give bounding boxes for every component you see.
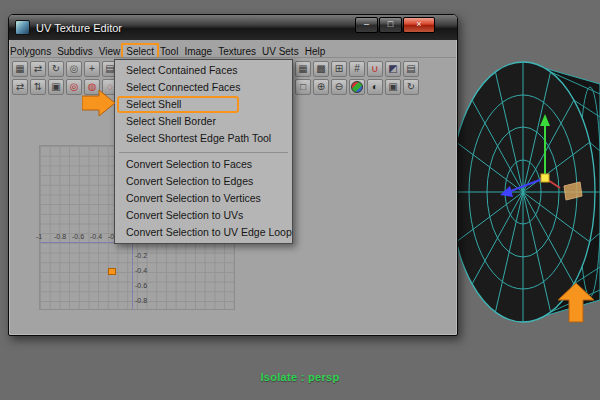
menu-item-convert-selection-to-vertices[interactable]: Convert Selection to Vertices (116, 190, 291, 207)
isolate-select-icon[interactable]: □ (295, 79, 311, 95)
window-title: UV Texture Editor (36, 22, 122, 34)
magnet-snap-icon[interactable]: ∪ (367, 61, 383, 77)
flip-v-icon[interactable]: ⇅ (30, 79, 46, 95)
menubar: PolygonsSubdivsViewSelectToolImageTextur… (10, 40, 456, 58)
menubar-item-select[interactable]: Select (123, 45, 157, 58)
uv-lattice-tool-icon-glyph: ▦ (15, 64, 24, 74)
pin-uv-tool-icon[interactable]: + (84, 61, 100, 77)
menu-item-convert-selection-to-uvs[interactable]: Convert Selection to UVs (116, 207, 291, 224)
menu-item-select-shortest-edge-path-tool[interactable]: Select Shortest Edge Path Tool (116, 130, 291, 147)
uv-grid-y-label: -0.6 (135, 282, 147, 289)
manipulator-center-handle[interactable] (541, 174, 549, 182)
menubar-item-uv-sets[interactable]: UV Sets (259, 45, 302, 58)
dim-image-icon[interactable]: ▩ (313, 61, 329, 77)
rgb-ball-glyph (351, 81, 363, 93)
toolbar-right-row2: □⊕⊖◐▣↻ (295, 79, 419, 95)
app-icon (15, 20, 30, 35)
maya-viewport: UV Texture Editor –□× PolygonsSubdivsVie… (0, 0, 600, 400)
smudge-uv-tool-icon[interactable]: ◎ (66, 61, 82, 77)
pixel-snap-icon-glyph: # (354, 64, 360, 74)
menubar-item-tool[interactable]: Tool (157, 45, 181, 58)
menu-separator (119, 148, 288, 153)
shade-uvs-icon[interactable]: ◩ (385, 61, 401, 77)
pin-uv-tool-icon-glyph: + (89, 64, 95, 74)
layout-uvs-icon-glyph: ▣ (51, 82, 60, 92)
window-titlebar[interactable]: UV Texture Editor –□× (9, 15, 457, 40)
remove-from-isolate-icon-glyph: ⊖ (335, 82, 343, 92)
menu-item-convert-selection-to-uv-edge-loop[interactable]: Convert Selection to UV Edge Loop (116, 224, 291, 241)
uv-grid-y-label: -0.4 (135, 267, 147, 274)
flip-u-icon-glyph: ⇄ (16, 82, 24, 92)
isolate-select-indicator: Isolate : persp (0, 371, 600, 383)
menubar-item-polygons[interactable]: Polygons (10, 45, 54, 58)
select-dropdown-menu: Select Contained FacesSelect Connected F… (114, 59, 293, 244)
uv-grid-y-label: -0.2 (135, 252, 147, 259)
uv-lattice-tool-icon[interactable]: ▦ (12, 61, 28, 77)
menubar-item-help[interactable]: Help (302, 45, 329, 58)
menu-item-convert-selection-to-edges[interactable]: Convert Selection to Edges (116, 173, 291, 190)
menu-item-select-connected-faces[interactable]: Select Connected Faces (116, 79, 291, 96)
menu-item-select-shell-border[interactable]: Select Shell Border (116, 113, 291, 130)
maximize-button[interactable]: □ (379, 17, 402, 33)
select-shell-highlight-box (117, 96, 239, 113)
window-controls: –□× (355, 17, 435, 33)
move-uv-tool-icon-glyph: ⇄ (34, 64, 42, 74)
alpha-channel-icon-glyph: ◐ (372, 82, 378, 92)
move-uv-tool-icon[interactable]: ⇄ (30, 61, 46, 77)
dim-image-icon-glyph: ▩ (316, 64, 325, 74)
layout-uvs-icon[interactable]: ▣ (48, 79, 64, 95)
isolate-select-icon-glyph: □ (300, 82, 306, 92)
refresh-image-icon-glyph: ↻ (407, 82, 415, 92)
select-shell-tool-icon-glyph: ◎ (70, 82, 79, 92)
flip-u-icon[interactable]: ⇄ (12, 79, 28, 95)
annotation-arrow-cylinder (556, 280, 596, 325)
view-grid-icon[interactable]: ⊞ (331, 61, 347, 77)
add-to-isolate-icon-glyph: ⊕ (317, 82, 325, 92)
menu-item-select-shell[interactable]: Select Shell (116, 96, 291, 113)
menubar-item-subdivs[interactable]: Subdivs (54, 45, 96, 58)
magnet-snap-icon-glyph: ∪ (371, 64, 378, 74)
toolbar-left-row1: ▦⇄↻◎+▤ (12, 61, 118, 77)
uv-grid-x-label: -1 (36, 233, 42, 240)
add-to-isolate-icon[interactable]: ⊕ (313, 79, 329, 95)
smudge-uv-tool-icon-glyph: ◎ (70, 64, 79, 74)
menu-item-convert-selection-to-faces[interactable]: Convert Selection to Faces (116, 156, 291, 173)
select-shell-tool-icon[interactable]: ◎ (66, 79, 82, 95)
uv-grid-x-label: -0.6 (72, 233, 84, 240)
uv-grid-x-label: -0.8 (54, 233, 66, 240)
menu-item-select-contained-faces[interactable]: Select Contained Faces (116, 62, 291, 79)
uv-selection-marker[interactable] (108, 268, 116, 275)
rgb-channels-icon[interactable] (349, 79, 365, 95)
uv-grid-y-label: -0.8 (135, 297, 147, 304)
pixel-snap-icon[interactable]: # (349, 61, 365, 77)
menubar-item-view[interactable]: View (96, 45, 124, 58)
close-button[interactable]: × (403, 17, 435, 33)
rotate-uv-tool-icon-glyph: ↻ (52, 64, 60, 74)
edit-texture-icon-glyph: ▤ (406, 64, 415, 74)
texture-borders-icon[interactable]: ▦ (295, 61, 311, 77)
alpha-channel-icon[interactable]: ◐ (367, 79, 383, 95)
uv-snapshot-icon-glyph: ▣ (388, 82, 397, 92)
annotation-arrow-select-shell (82, 90, 118, 118)
shade-uvs-icon-glyph: ◩ (388, 64, 397, 74)
uv-grid-x-label: -0.4 (90, 233, 102, 240)
texture-borders-icon-glyph: ▦ (298, 64, 307, 74)
menubar-item-textures[interactable]: Textures (215, 45, 259, 58)
view-grid-icon-glyph: ⊞ (335, 64, 343, 74)
minimize-button[interactable]: – (355, 17, 378, 33)
flip-v-icon-glyph: ⇅ (34, 82, 42, 92)
refresh-image-icon[interactable]: ↻ (403, 79, 419, 95)
remove-from-isolate-icon[interactable]: ⊖ (331, 79, 347, 95)
menubar-item-image[interactable]: Image (181, 45, 215, 58)
uv-texture-editor-window: UV Texture Editor –□× PolygonsSubdivsVie… (8, 14, 458, 336)
uv-snapshot-icon[interactable]: ▣ (385, 79, 401, 95)
rotate-uv-tool-icon[interactable]: ↻ (48, 61, 64, 77)
edit-texture-icon[interactable]: ▤ (403, 61, 419, 77)
toolbar-right-row1: ▦▩⊞#∪◩▤ (295, 61, 419, 77)
